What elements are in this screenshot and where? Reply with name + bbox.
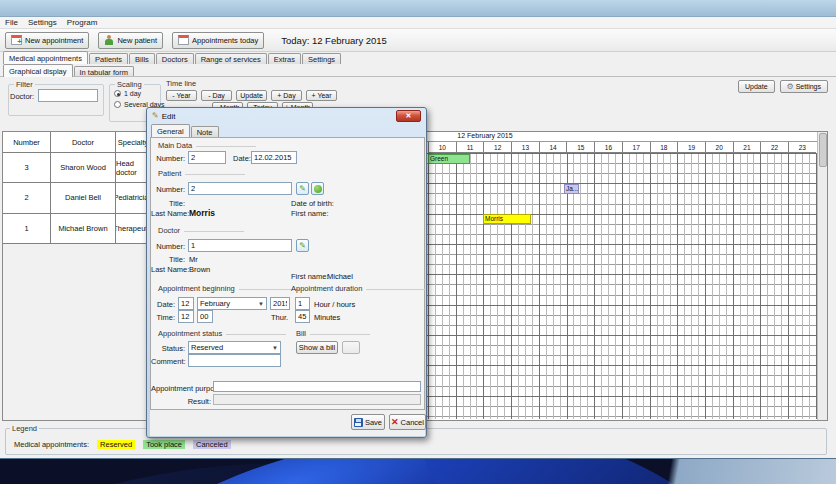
hour-header-10: 10 <box>428 142 456 153</box>
beginning-year-input[interactable] <box>270 297 290 310</box>
timeline-year-button[interactable]: + Year <box>306 90 337 101</box>
comment-input[interactable] <box>188 354 281 367</box>
save-button[interactable]: Save <box>351 414 385 430</box>
beginning-month-select[interactable]: February ▼ <box>197 297 267 310</box>
show-bill-button[interactable]: Show a bill <box>296 341 338 354</box>
beginning-date-label: Date: <box>151 300 175 309</box>
patient-edit-button[interactable]: ✎ <box>296 182 309 195</box>
tab-settings[interactable]: Settings <box>302 53 341 64</box>
dialog-close-button[interactable]: ✕ <box>396 110 421 122</box>
appointment-block-green[interactable]: Green <box>428 154 470 164</box>
timeline-day-button[interactable]: - Day <box>201 90 232 101</box>
menu-item-program[interactable]: Program <box>67 18 98 27</box>
main-tab-bar: Medical appointmentsPatientsBillsDoctors… <box>3 51 342 64</box>
legend-row: Medical appointments:ReservedTook placeC… <box>14 440 231 449</box>
tab-bills[interactable]: Bills <box>129 53 155 64</box>
bill-secondary-button[interactable] <box>342 341 360 354</box>
doctor-firstname-label: First name: <box>291 272 329 281</box>
legend-item-canceled: Canceled <box>193 440 231 449</box>
appointment-block-ja[interactable]: Ja... <box>564 184 579 194</box>
doctor-row-name[interactable]: Michael Brown <box>51 214 116 244</box>
patient-group-label: Patient <box>158 169 245 178</box>
main-date-input[interactable] <box>251 151 297 164</box>
status-label: Status: <box>151 344 185 353</box>
appointments-today-button[interactable]: Appointments today <box>172 32 264 49</box>
hour-header-17: 17 <box>622 142 650 153</box>
dialog-tab-note[interactable]: Note <box>191 126 219 137</box>
duration-hours-input[interactable] <box>295 297 310 310</box>
duration-minutes-input[interactable] <box>295 310 310 323</box>
edit-pencil-icon: ✎ <box>299 185 306 193</box>
appointment-block-morris[interactable]: Morris <box>483 214 531 224</box>
timeline-year-button[interactable]: - Year <box>166 90 197 101</box>
gear-icon: ⚙ <box>787 83 794 91</box>
doctor-group-label: Doctor <box>158 226 244 235</box>
table-header-doctor: Doctor <box>51 132 116 153</box>
doctor-row-number[interactable]: 2 <box>3 183 51 213</box>
tab-extras[interactable]: Extras <box>268 53 301 64</box>
tab-patients[interactable]: Patients <box>89 53 128 64</box>
timeline-update-button[interactable]: Update <box>236 90 267 101</box>
beginning-day-input[interactable] <box>178 297 194 310</box>
tab-medical-appointments[interactable]: Medical appointments <box>3 51 88 64</box>
result-label: Result: <box>151 397 211 406</box>
doctor-row-number[interactable]: 3 <box>3 153 51 183</box>
green-ball-icon <box>314 185 322 193</box>
save-floppy-icon <box>354 418 363 427</box>
show-bill-label: Show a bill <box>299 343 335 352</box>
timeline-day-button[interactable]: + Day <box>271 90 302 101</box>
hour-header-22: 22 <box>760 142 788 153</box>
weekday-label: Thur. <box>271 313 288 322</box>
hour-header-12: 12 <box>483 142 511 153</box>
main-number-input[interactable] <box>188 151 226 164</box>
legend-item-took-place: Took place <box>143 440 185 449</box>
new-patient-button[interactable]: New patient <box>98 32 163 49</box>
cancel-label: Cancel <box>401 418 424 427</box>
timeline-nav-row1: - Year- DayUpdate+ Day+ Year <box>166 90 337 101</box>
settings-button-label: Settings <box>796 83 821 90</box>
beginning-time-label: Time: <box>151 313 175 322</box>
patient-add-button[interactable] <box>311 182 324 195</box>
menu-item-settings[interactable]: Settings <box>28 18 57 27</box>
result-input[interactable] <box>213 394 421 405</box>
dialog-titlebar[interactable]: ✎ Edit <box>147 108 426 124</box>
patient-number-input[interactable] <box>188 182 292 195</box>
tab-doctors[interactable]: Doctors <box>156 53 194 64</box>
scrollbar-thumb[interactable] <box>819 133 827 167</box>
purpose-input[interactable] <box>213 381 421 392</box>
doctor-edit-button[interactable]: ✎ <box>296 239 309 252</box>
beginning-hour-input[interactable] <box>178 310 194 323</box>
main-data-group-label: Main Data <box>158 141 256 150</box>
settings-button[interactable]: ⚙ Settings <box>780 80 828 93</box>
doctor-number-input[interactable] <box>188 239 292 252</box>
doctor-firstname-value: Michael <box>327 272 353 281</box>
legend-title: Legend <box>10 424 39 433</box>
refresh-update-button[interactable]: Update <box>738 80 775 93</box>
doctor-row-name[interactable]: Daniel Bell <box>51 183 116 213</box>
doctor-row-name[interactable]: Sharon Wood <box>51 153 116 183</box>
scaling-1day-radio[interactable]: 1 day <box>114 90 141 97</box>
menu-item-file[interactable]: File <box>5 18 18 27</box>
patient-number-label: Number: <box>151 185 185 194</box>
status-select[interactable]: Reserved ▼ <box>188 341 281 354</box>
corner-buttons: Update ⚙ Settings <box>738 80 828 93</box>
doctor-lastname-value: Brown <box>189 265 210 274</box>
patient-dob-label: Date of birth: <box>291 199 334 208</box>
status-value: Reserved <box>191 343 223 352</box>
table-header-number: Number <box>3 132 51 153</box>
dialog-tab-general[interactable]: General <box>151 124 190 137</box>
view-tab-graphical-display[interactable]: Graphical display <box>3 64 73 77</box>
timeline-vertical-scrollbar[interactable] <box>817 132 827 420</box>
tab-range-of-services[interactable]: Range of services <box>195 53 267 64</box>
hour-header-23: 23 <box>788 142 816 153</box>
new-appointment-button[interactable]: New appointment <box>5 32 89 49</box>
appointments-today-label: Appointments today <box>192 36 258 45</box>
hour-header-19: 19 <box>677 142 705 153</box>
month-value: February <box>200 299 230 308</box>
window-titlebar[interactable] <box>0 0 836 17</box>
filter-doctor-input[interactable] <box>38 89 98 102</box>
beginning-minute-input[interactable] <box>197 310 213 323</box>
filter-group-title: Filter <box>14 80 35 89</box>
cancel-button[interactable]: ✕ Cancel <box>389 414 426 430</box>
doctor-row-number[interactable]: 1 <box>3 214 51 244</box>
